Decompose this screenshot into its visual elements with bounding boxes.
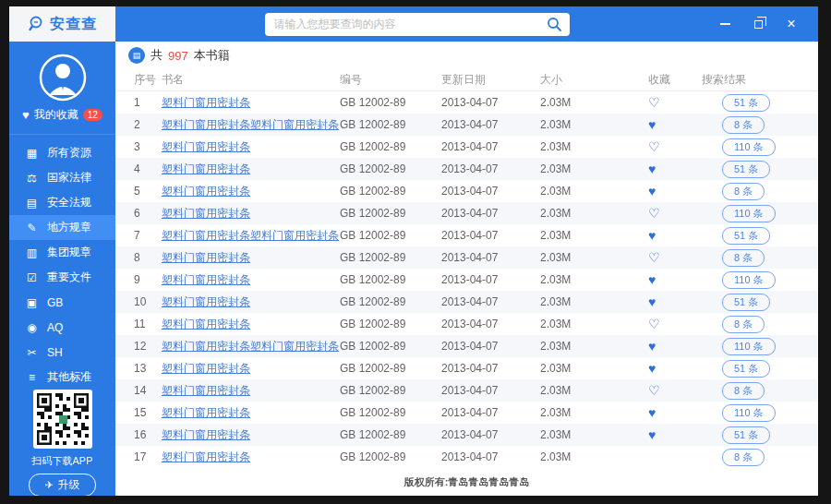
book-code: GB 12002-89 — [340, 207, 441, 220]
favorite-heart-icon[interactable]: ♡ — [648, 250, 660, 265]
book-title-link[interactable]: 塑料门窗用密封条 — [162, 207, 250, 220]
book-title-link[interactable]: 塑料门窗用密封条 — [162, 96, 250, 109]
book-title-link[interactable]: 塑料门窗用密封条 — [162, 384, 250, 397]
sidebar-item-label: 重要文件 — [47, 270, 91, 285]
sidebar-item-label: 安全法规 — [47, 195, 91, 210]
sidebar-item-other-standards[interactable]: ≡ 其他标准 — [9, 365, 115, 390]
book-code: GB 12002-89 — [340, 318, 441, 330]
search-results-button[interactable]: 8 条 — [722, 249, 765, 267]
grid-icon: ▦ — [25, 147, 39, 160]
table-row: 8 塑料门窗用密封条 GB 12002-89 2013-04-07 2.03M … — [115, 246, 818, 269]
table-row: 10 塑料门窗用密封条 GB 12002-89 2013-04-07 2.03M… — [115, 291, 818, 313]
favorite-heart-icon[interactable]: ♥ — [648, 162, 656, 176]
restore-button[interactable] — [752, 18, 765, 30]
row-index: 11 — [134, 318, 162, 330]
favorite-heart-icon[interactable]: ♥ — [648, 361, 656, 376]
copyright-footer: 版权所有: 青岛青岛青岛青岛 — [115, 468, 818, 496]
book-size: 2.03M — [540, 406, 648, 419]
favorite-heart-icon[interactable]: ♥ — [648, 184, 656, 198]
search-input[interactable] — [265, 13, 570, 36]
search-results-button[interactable]: 110 条 — [722, 271, 776, 289]
book-title-link[interactable]: 塑料门窗用密封条 — [162, 362, 250, 375]
copyright-owner: 青岛青岛青岛青岛 — [448, 475, 529, 489]
scales-icon: ⚖ — [25, 172, 39, 185]
book-update-date: 2013-04-07 — [441, 362, 540, 375]
sidebar-item-safety-regs[interactable]: ▤ 安全法规 — [9, 190, 115, 215]
sidebar-item-aq[interactable]: ◉ AQ — [9, 315, 115, 340]
table-row: 3 塑料门窗用密封条 GB 12002-89 2013-04-07 2.03M … — [115, 136, 818, 158]
search-icon[interactable] — [547, 17, 562, 32]
sidebar-item-important-docs[interactable]: ☑ 重要文件 — [9, 265, 115, 290]
book-update-date: 2013-04-07 — [441, 229, 540, 242]
favorite-heart-icon[interactable]: ♡ — [648, 317, 660, 331]
search-results-button[interactable]: 8 条 — [722, 382, 765, 400]
favorite-heart-icon[interactable]: ♥ — [648, 405, 656, 420]
close-button[interactable]: × — [785, 18, 798, 30]
file-icon: ▥ — [25, 246, 39, 259]
book-title-link[interactable]: 塑料门窗用密封条塑料门窗用密封条 — [162, 118, 339, 131]
search-results-button[interactable]: 8 条 — [722, 183, 765, 200]
book-title-link[interactable]: 塑料门窗用密封条 — [162, 318, 250, 330]
table-body: 1 塑料门窗用密封条 GB 12002-89 2013-04-07 2.03M … — [115, 91, 818, 468]
book-title-link[interactable]: 塑料门窗用密封条 — [162, 251, 250, 264]
search-results-button[interactable]: 110 条 — [722, 338, 776, 355]
search-bar[interactable] — [265, 13, 570, 36]
row-index: 10 — [134, 295, 162, 308]
book-size: 2.03M — [540, 362, 648, 375]
favorite-heart-icon[interactable]: ♡ — [648, 383, 660, 398]
sidebar-item-sh[interactable]: ✂ SH — [9, 340, 115, 365]
book-title-link[interactable]: 塑料门窗用密封条 — [162, 140, 250, 153]
sidebar-nav: ▦ 所有资源 ⚖ 国家法律 ▤ 安全法规 ✎ 地方规章 ▥ 集团规章 ☑ 重要文… — [9, 134, 115, 390]
minimize-button[interactable] — [718, 18, 731, 30]
my-favorites[interactable]: ♥ 我的收藏 12 — [9, 107, 115, 123]
upgrade-button[interactable]: ✈ 升级 — [29, 474, 95, 496]
search-results-button[interactable]: 8 条 — [722, 316, 765, 333]
search-results-button[interactable]: 51 条 — [722, 426, 770, 444]
book-title-link[interactable]: 塑料门窗用密封条 — [162, 406, 250, 419]
favorite-heart-icon[interactable]: ♥ — [648, 117, 656, 132]
sidebar-item-national-law[interactable]: ⚖ 国家法律 — [9, 165, 115, 190]
upgrade-label: 升级 — [58, 477, 80, 493]
search-results-button[interactable]: 51 条 — [722, 360, 770, 378]
book-title-link[interactable]: 塑料门窗用密封条 — [162, 162, 250, 175]
list-icon: ≡ — [25, 371, 39, 384]
favorite-heart-icon[interactable]: ♡ — [648, 139, 660, 154]
sidebar-item-group-rules[interactable]: ▥ 集团规章 — [9, 240, 115, 265]
heart-icon: ♥ — [22, 108, 30, 122]
book-title-link[interactable]: 塑料门窗用密封条 — [162, 185, 250, 198]
favorites-count-badge: 12 — [83, 109, 102, 121]
book-title-link[interactable]: 塑料门窗用密封条 — [162, 295, 250, 308]
book-title-link[interactable]: 塑料门窗用密封条 — [162, 450, 250, 463]
search-results-button[interactable]: 110 条 — [722, 404, 776, 422]
book-title-link[interactable]: 塑料门窗用密封条塑料门窗用密封条 — [162, 340, 339, 353]
search-results-button[interactable]: 51 条 — [722, 294, 770, 311]
favorite-heart-icon[interactable]: ♥ — [648, 427, 656, 442]
book-title-link[interactable]: 塑料门窗用密封条 — [162, 273, 250, 286]
favorite-heart-icon[interactable]: ♥ — [648, 272, 656, 287]
book-update-date: 2013-04-07 — [441, 295, 540, 308]
column-header: 大小 — [540, 72, 648, 88]
search-results-button[interactable]: 51 条 — [722, 227, 770, 245]
favorite-heart-icon[interactable]: ♥ — [648, 339, 656, 354]
favorite-heart-icon[interactable]: ♡ — [648, 206, 660, 221]
book-title-link[interactable]: 塑料门窗用密封条塑料门窗用密封条 — [162, 229, 339, 242]
favorite-heart-icon[interactable]: ♥ — [648, 228, 656, 243]
search-results-button[interactable]: 8 条 — [722, 449, 765, 466]
book-update-date: 2013-04-07 — [441, 273, 540, 286]
sidebar-item-all-resources[interactable]: ▦ 所有资源 — [9, 140, 115, 165]
search-results-button[interactable]: 110 条 — [722, 205, 776, 222]
search-results-button[interactable]: 8 条 — [722, 116, 765, 134]
sidebar-item-gb[interactable]: ▣ GB — [9, 290, 115, 315]
search-results-button[interactable]: 51 条 — [722, 161, 770, 178]
search-results-button[interactable]: 110 条 — [722, 138, 776, 156]
user-avatar-icon — [39, 54, 87, 102]
book-title-link[interactable]: 塑料门窗用密封条 — [162, 428, 250, 441]
search-results-button[interactable]: 51 条 — [722, 94, 770, 112]
avatar — [39, 54, 87, 102]
book-code: GB 12002-89 — [340, 118, 441, 131]
favorite-heart-icon[interactable]: ♥ — [648, 294, 656, 309]
column-header: 收藏 — [648, 72, 702, 88]
sidebar-item-local-rules[interactable]: ✎ 地方规章 — [9, 215, 115, 240]
count-prefix: 共 — [151, 47, 163, 64]
favorite-heart-icon[interactable]: ♡ — [648, 95, 660, 110]
